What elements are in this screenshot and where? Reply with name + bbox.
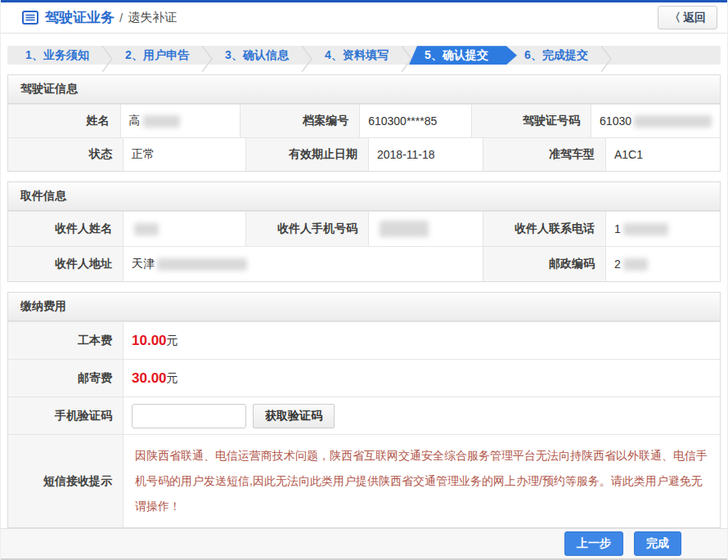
- fee-amount: 30.00: [132, 370, 167, 387]
- postal-code-value: 2: [605, 247, 720, 281]
- file-number-value: 610300****85: [359, 105, 471, 137]
- table-row: 手机验证码 获取验证码: [8, 396, 720, 434]
- table-row: 收件人姓名 收件人手机号码 收件人联系电话 1: [8, 211, 720, 246]
- finish-button[interactable]: 完成: [634, 531, 681, 556]
- postal-code-label: 邮政编码: [483, 247, 605, 281]
- redacted-value: [623, 258, 648, 271]
- postage-fee-value: 30.00元: [123, 360, 720, 396]
- file-number-label: 档案编号: [240, 105, 359, 137]
- redacted-value: [157, 258, 247, 271]
- prev-step-button[interactable]: 上一步: [564, 531, 623, 556]
- payment-section-title: 缴纳费用: [8, 293, 720, 321]
- recipient-mobile-value: [368, 212, 483, 246]
- vehicle-class-value: A1C1: [605, 138, 720, 171]
- sms-notice-label: 短信接收提示: [8, 435, 123, 527]
- expiry-date-value: 2018-11-18: [368, 138, 483, 171]
- sms-code-cell: 获取验证码: [123, 397, 720, 434]
- recipient-phone-label: 收件人联系电话: [483, 212, 605, 246]
- step-separator-icon: [301, 46, 312, 72]
- sms-code-label: 手机验证码: [8, 397, 123, 434]
- step-6-complete-submit[interactable]: 6、完成提交: [506, 46, 606, 65]
- step-separator-icon: [101, 46, 113, 72]
- get-sms-code-button[interactable]: 获取验证码: [253, 404, 335, 428]
- fee-unit: 元: [167, 371, 178, 386]
- table-row: 状态 正常 有效期止日期 2018-11-18 准驾车型 A1C1: [8, 137, 720, 171]
- step-5-confirm-submit[interactable]: 5、确认提交: [407, 46, 506, 65]
- breadcrumb: 驾驶证业务 / 遗失补证: [22, 8, 177, 27]
- page-subtitle: 遗失补证: [128, 10, 177, 25]
- vehicle-class-label: 准驾车型: [483, 138, 605, 171]
- table-row: 短信接收提示 因陕西省联通、电信运营商技术问题，陕西省互联网交通安全综合服务管理…: [8, 434, 720, 527]
- back-button[interactable]: 〈 返回: [658, 6, 717, 29]
- table-row: 姓名 高 档案编号 610300****85 驾驶证号码 61030: [8, 104, 720, 137]
- status-label: 状态: [8, 138, 123, 171]
- name-value: 高: [120, 105, 240, 137]
- table-row: 邮寄费 30.00元: [8, 359, 720, 396]
- redacted-value: [623, 223, 668, 235]
- recipient-name-label: 收件人姓名: [8, 212, 123, 246]
- sms-notice-cell: 因陕西省联通、电信运营商技术问题，陕西省互联网交通安全综合服务管理平台无法向持陕…: [123, 435, 720, 527]
- license-info-section: 驾驶证信息 姓名 高 档案编号 610300****85 驾驶证号码 61030…: [7, 74, 721, 172]
- recipient-address-value: 天津: [123, 247, 483, 281]
- pickup-info-section: 取件信息 收件人姓名 收件人手机号码 收件人联系电话 1 收件人地址 天津 邮政…: [7, 181, 721, 282]
- fee-amount: 10.00: [132, 333, 167, 349]
- pickup-section-title: 取件信息: [8, 182, 720, 211]
- sms-notice-text: 因陕西省联通、电信运营商技术问题，陕西省互联网交通安全综合服务管理平台无法向持陕…: [132, 440, 712, 522]
- list-icon: [22, 11, 38, 25]
- page-title: 驾驶证业务: [45, 8, 115, 27]
- postage-fee-label: 邮寄费: [8, 360, 123, 396]
- fee-unit: 元: [167, 334, 178, 348]
- step-2-user-declaration[interactable]: 2、用户申告: [107, 46, 207, 65]
- recipient-name-value: [123, 212, 245, 246]
- recipient-phone-value: 1: [605, 212, 720, 246]
- back-button-label: 返回: [683, 11, 706, 25]
- table-row: 工本费 10.00元: [8, 321, 720, 359]
- step-wizard: 1、业务须知 2、用户申告 3、确认信息 4、资料填写 5、确认提交 6、完成提…: [7, 46, 721, 65]
- license-number-label: 驾驶证号码: [471, 105, 591, 137]
- recipient-address-label: 收件人地址: [8, 247, 123, 281]
- production-fee-label: 工本费: [8, 322, 123, 359]
- step-bar-filler: [606, 46, 721, 65]
- step-separator-icon: [201, 46, 213, 72]
- status-value: 正常: [123, 138, 245, 171]
- recipient-mobile-label: 收件人手机号码: [245, 212, 368, 246]
- step-separator-icon: [600, 46, 612, 72]
- payment-section: 缴纳费用 工本费 10.00元 邮寄费 30.00元 手机验证码 获取验证码 短…: [7, 292, 721, 528]
- footer-action-bar: 上一步 完成: [1, 528, 727, 560]
- redacted-value: [143, 115, 180, 128]
- header: 驾驶证业务 / 遗失补证 〈 返回: [1, 2, 727, 34]
- redacted-value: [380, 221, 429, 237]
- step-4-fill-materials[interactable]: 4、资料填写: [307, 46, 407, 65]
- name-label: 姓名: [8, 105, 120, 137]
- table-row: 收件人地址 天津 邮政编码 2: [8, 246, 720, 281]
- expiry-date-label: 有效期止日期: [245, 138, 368, 171]
- step-separator-icon: [401, 46, 412, 72]
- breadcrumb-separator: /: [119, 11, 123, 25]
- sms-code-input[interactable]: [132, 404, 246, 428]
- production-fee-value: 10.00元: [123, 322, 720, 359]
- page: 驾驶证业务 / 遗失补证 〈 返回 1、业务须知 2、用户申告 3、确认信息 4…: [0, 0, 728, 560]
- redacted-value: [134, 223, 159, 235]
- license-number-value: 61030: [591, 105, 720, 137]
- redacted-value: [634, 115, 712, 128]
- step-1-business-notice[interactable]: 1、业务须知: [7, 46, 107, 65]
- back-chevron-icon: 〈: [669, 11, 681, 25]
- step-3-confirm-info[interactable]: 3、确认信息: [207, 46, 307, 65]
- license-section-title: 驾驶证信息: [8, 75, 720, 104]
